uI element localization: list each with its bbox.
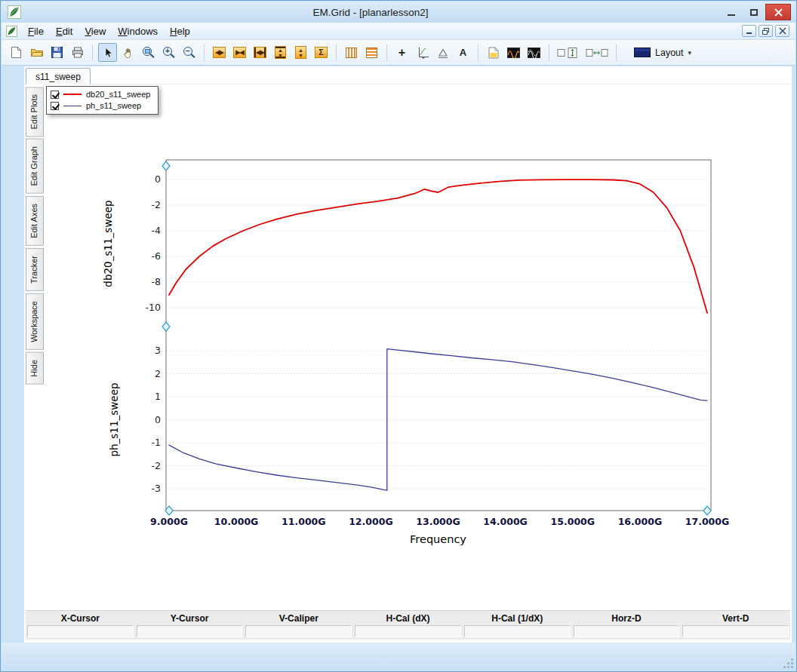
svg-text:-6: -6 (152, 250, 162, 262)
svg-text:17.000G: 17.000G (685, 516, 730, 527)
expand-y-axis-icon[interactable]: ▲▼ (271, 43, 290, 62)
save-icon[interactable] (48, 43, 66, 62)
tracker-axes-icon[interactable] (413, 43, 432, 62)
crosshair-tool-icon[interactable]: + (392, 43, 411, 62)
mdi-close-button[interactable] (775, 25, 789, 37)
resize-grip[interactable] (783, 658, 793, 668)
svg-text:12.000G: 12.000G (349, 516, 393, 527)
svg-text:-4: -4 (152, 225, 162, 236)
traces-light-icon[interactable] (525, 43, 543, 62)
plot-canvas[interactable]: 0-2-4-6-8-10db20_s11_sweep3210-1-2-3ph_s… (96, 149, 752, 560)
sidebar-item-hide[interactable]: Hide (26, 352, 44, 385)
status-value-cell (682, 625, 789, 637)
expand-x-axis-icon[interactable]: ◀▶ (210, 43, 229, 62)
open-folder-icon[interactable] (27, 43, 46, 62)
svg-text:-2: -2 (152, 199, 161, 210)
compress-y-axis-icon[interactable]: ▲▼ (291, 43, 310, 62)
app-window: EM.Grid - [planarlesson2] File Edit View… (0, 0, 797, 672)
layout-swatch-icon (634, 48, 651, 57)
rows-view-icon[interactable] (362, 43, 381, 62)
compress-x-axis-icon[interactable]: ▶◀ (230, 43, 249, 62)
svg-text:13.000G: 13.000G (416, 516, 460, 527)
svg-text:9.000G: 9.000G (150, 516, 188, 527)
sidebar-item-tracker[interactable]: Tracker (26, 248, 44, 291)
chevron-down-icon: ▾ (688, 49, 692, 57)
legend-item: db20_s11_sweep (51, 90, 150, 99)
status-value-cell (574, 625, 680, 637)
text-tool-icon[interactable]: A (454, 43, 472, 62)
svg-text:-10: -10 (146, 302, 161, 313)
tabbar-divider (24, 84, 792, 84)
mdi-restore-button[interactable] (759, 25, 773, 37)
svg-text:-3: -3 (152, 483, 161, 494)
legend-item: ph_s11_sweep (51, 101, 150, 110)
column-header: Y-Cursor (135, 611, 245, 625)
annotation-page-icon[interactable] (484, 43, 503, 62)
legend-checkbox-db20[interactable] (51, 91, 59, 99)
menu-windows[interactable]: Windows (112, 24, 164, 38)
menu-edit[interactable]: Edit (50, 24, 78, 38)
status-value-cell (27, 625, 134, 637)
status-value-cell (137, 625, 243, 637)
delta-marker-icon[interactable] (433, 43, 452, 62)
document-icon (6, 26, 17, 37)
sidebar-item-workspace[interactable]: Workspace (26, 293, 44, 350)
layout-dropdown[interactable]: Layout ▾ (628, 44, 697, 61)
window-title: EM.Grid - [planarlesson2] (21, 7, 720, 18)
svg-text:db20_s11_sweep: db20_s11_sweep (102, 200, 114, 287)
svg-text:-8: -8 (152, 276, 162, 287)
status-value-cell (245, 625, 352, 637)
split-vertical-icon[interactable] (555, 43, 582, 62)
cursor-status-table: X-Cursor Y-Cursor V-Caliper H-Cal (dX) H… (26, 610, 790, 640)
layout-label: Layout (655, 48, 684, 58)
svg-text:16.000G: 16.000G (618, 516, 663, 527)
column-header: X-Cursor (26, 611, 135, 625)
status-table-headers: X-Cursor Y-Cursor V-Caliper H-Cal (dX) H… (26, 610, 790, 625)
zoom-in-icon[interactable]: + (159, 43, 178, 62)
print-icon[interactable] (68, 43, 87, 62)
split-horizontal-icon[interactable] (583, 43, 611, 62)
status-value-cell (355, 625, 461, 637)
svg-text:1: 1 (155, 391, 161, 402)
svg-text:10.000G: 10.000G (214, 516, 259, 527)
legend-checkbox-ph[interactable] (51, 102, 59, 110)
svg-text:11.000G: 11.000G (282, 516, 326, 527)
sidebar-item-edit-graph[interactable]: Edit Graph (26, 139, 44, 194)
menu-view[interactable]: View (78, 24, 112, 38)
column-header: V-Caliper (244, 611, 353, 625)
title-bar: EM.Grid - [planarlesson2] (2, 2, 795, 23)
plot-legend: db20_s11_sweep ph_s11_sweep (46, 86, 158, 115)
menu-file[interactable]: File (22, 24, 50, 38)
close-button[interactable] (765, 4, 791, 20)
legend-line-sample (63, 94, 82, 95)
sidebar-item-edit-plots[interactable]: Edit Plots (26, 87, 44, 137)
traces-dark-icon[interactable] (504, 43, 523, 62)
autoscale-icon[interactable]: Σ (312, 43, 331, 62)
minimize-button[interactable] (720, 4, 743, 20)
svg-text:0: 0 (155, 173, 161, 185)
new-document-icon[interactable] (7, 43, 26, 62)
svg-text:Frequency: Frequency (410, 533, 466, 545)
fit-x-axis-icon[interactable]: ◀▶ (251, 43, 269, 62)
maximize-button[interactable] (743, 4, 765, 20)
zoom-out-icon[interactable]: − (180, 43, 198, 62)
status-bar (2, 643, 795, 670)
svg-text:0: 0 (155, 414, 161, 425)
svg-text:3: 3 (155, 345, 161, 356)
column-header: Vert-D (681, 611, 790, 625)
sidebar-item-edit-axes[interactable]: Edit Axes (26, 196, 44, 246)
columns-view-icon[interactable] (342, 43, 361, 62)
legend-label: ph_s11_sweep (86, 101, 141, 110)
side-tab-strip: Edit Plots Edit Graph Edit Axes Tracker … (26, 87, 44, 384)
legend-label: db20_s11_sweep (86, 90, 150, 99)
status-value-cell (464, 625, 571, 637)
column-header: H-Cal (dX) (353, 611, 463, 625)
zoom-region-icon[interactable] (139, 43, 158, 62)
toolbar: + − ◀▶ ▶◀ ◀▶ ▲▼ ▲▼ Σ + A Layout ▾ (2, 40, 795, 66)
select-tool-icon[interactable] (98, 43, 117, 62)
tab-s11-sweep[interactable]: s11_sweep (26, 68, 91, 84)
menu-help[interactable]: Help (164, 24, 196, 38)
column-header: Horz-D (572, 611, 682, 625)
pan-hand-icon[interactable] (118, 43, 137, 62)
mdi-minimize-button[interactable] (742, 25, 756, 37)
